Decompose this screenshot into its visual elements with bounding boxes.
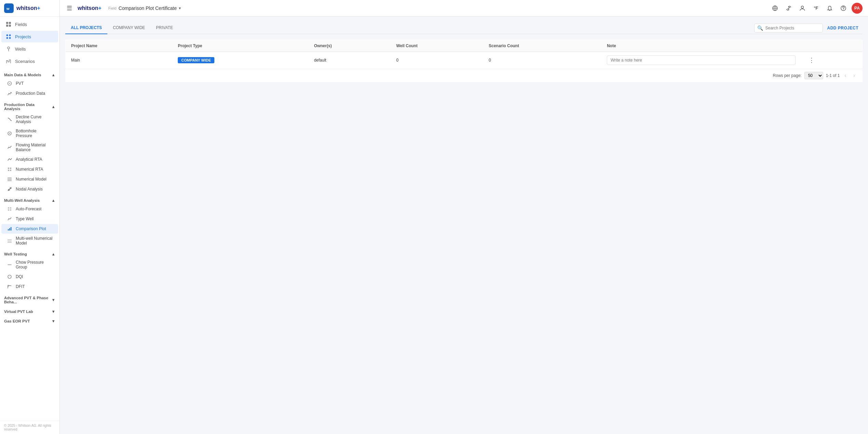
svg-point-37 bbox=[11, 264, 12, 265]
topbar-logo: whitson+ bbox=[78, 5, 102, 11]
temperature-button[interactable]: °F bbox=[811, 3, 822, 14]
section-multi-well-items: Auto-Forecast Type Well Comparison Plot … bbox=[0, 204, 59, 248]
chevron-down-icon-5: ▼ bbox=[52, 298, 55, 302]
topbar: ☰ whitson+ Field Comparison Plot Certifi… bbox=[60, 0, 868, 16]
sidebar-item-dfit[interactable]: DFIT bbox=[1, 282, 58, 291]
sidebar-item-flowing-material[interactable]: Flowing Material Balance bbox=[1, 141, 58, 154]
tab-private[interactable]: PRIVATE bbox=[150, 22, 178, 34]
sidebar-item-type-well[interactable]: Type Well bbox=[1, 214, 58, 224]
svg-point-10 bbox=[8, 47, 10, 49]
note-input[interactable] bbox=[607, 55, 796, 65]
comparison-plot-icon bbox=[7, 226, 12, 232]
projects-icon bbox=[5, 34, 12, 40]
menu-button[interactable]: ☰ bbox=[65, 3, 74, 13]
sidebar-item-bottomhole[interactable]: Bottomhole Pressure bbox=[1, 127, 58, 140]
svg-rect-21 bbox=[8, 180, 12, 181]
rows-per-page-select[interactable]: 50 10 25 100 bbox=[804, 72, 823, 79]
breadcrumb-dropdown[interactable]: ▾ bbox=[179, 6, 181, 11]
search-box[interactable]: 🔍 bbox=[754, 24, 823, 32]
sidebar-item-wells-label: Wells bbox=[15, 47, 26, 52]
cell-scenario-count: 0 bbox=[483, 52, 601, 69]
col-actions bbox=[801, 40, 862, 52]
svg-rect-33 bbox=[8, 241, 12, 241]
svg-point-9 bbox=[9, 37, 11, 39]
main-content: ☰ whitson+ Field Comparison Plot Certifi… bbox=[60, 0, 868, 434]
sidebar-item-scenarios[interactable]: Scenarios bbox=[1, 55, 58, 67]
sidebar-item-numerical-model[interactable]: Numerical Model bbox=[1, 174, 58, 184]
svg-point-43 bbox=[801, 6, 804, 8]
svg-point-14 bbox=[9, 133, 10, 134]
notifications-button[interactable] bbox=[824, 3, 835, 14]
svg-text:w: w bbox=[6, 6, 10, 11]
svg-rect-20 bbox=[8, 179, 12, 180]
col-scenario-count: Scenario Count bbox=[483, 40, 601, 52]
svg-rect-19 bbox=[8, 177, 12, 179]
logo-icon: w bbox=[4, 3, 14, 13]
row-more-button[interactable]: ⋮ bbox=[806, 56, 817, 65]
sidebar-item-numerical-rta[interactable]: Numerical RTA bbox=[1, 165, 58, 174]
globe-button[interactable] bbox=[770, 3, 780, 14]
col-owner: Owner(s) bbox=[308, 40, 391, 52]
logo-text: whitson+ bbox=[16, 5, 40, 11]
projects-table: Project Name Project Type Owner(s) Well … bbox=[65, 40, 863, 69]
search-input[interactable] bbox=[765, 26, 820, 30]
svg-rect-17 bbox=[8, 170, 9, 171]
section-virtual-pvt-lab[interactable]: Virtual PVT Lab ▼ bbox=[0, 307, 59, 315]
scenarios-icon bbox=[5, 58, 12, 64]
cell-more-actions[interactable]: ⋮ bbox=[801, 52, 862, 69]
sidebar-item-projects[interactable]: Projects bbox=[1, 31, 58, 42]
sidebar-item-chow-pressure[interactable]: Chow Pressure Group bbox=[1, 258, 58, 272]
bottomhole-icon bbox=[7, 131, 12, 136]
sidebar-item-analytical-rta[interactable]: Analytical RTA bbox=[1, 155, 58, 164]
svg-rect-2 bbox=[6, 22, 8, 24]
pagination-next-button[interactable]: › bbox=[851, 72, 857, 79]
section-gas-eor-pvt[interactable]: Gas EOR PVT ▼ bbox=[0, 316, 59, 325]
chow-pressure-icon bbox=[7, 262, 12, 267]
add-project-button[interactable]: ADD PROJECT bbox=[823, 24, 863, 32]
user-avatar[interactable]: PA bbox=[852, 3, 863, 14]
section-production-data-analysis[interactable]: Production Data Analysis ▲ bbox=[0, 100, 59, 112]
sidebar-item-pvt[interactable]: PVT bbox=[1, 79, 58, 88]
pagination-prev-button[interactable]: ‹ bbox=[842, 72, 848, 79]
sidebar: w whitson+ Fields Projects Wells bbox=[0, 0, 60, 434]
sidebar-item-production-data[interactable]: Production Data bbox=[1, 89, 58, 98]
link-button[interactable] bbox=[783, 3, 794, 14]
sidebar-item-multi-well-numerical[interactable]: Multi-well Numerical Model bbox=[1, 234, 58, 248]
sidebar-item-nodal-analysis[interactable]: Nodal Analysis bbox=[1, 184, 58, 194]
section-main-data-models-items: PVT Production Data bbox=[0, 78, 59, 98]
section-main-data-models[interactable]: Main Data & Models ▲ bbox=[0, 70, 59, 78]
decline-curve-icon bbox=[7, 117, 12, 122]
sidebar-logo[interactable]: w whitson+ bbox=[0, 0, 59, 17]
project-type-badge: COMPANY WIDE bbox=[178, 57, 214, 63]
sidebar-item-decline-curve[interactable]: Decline Curve Analysis bbox=[1, 113, 58, 126]
sidebar-item-comparison-plot[interactable]: Comparison Plot bbox=[1, 224, 58, 234]
help-button[interactable] bbox=[838, 3, 849, 14]
section-advanced-pvt[interactable]: Advanced PVT & Phase Beha... ▼ bbox=[0, 293, 59, 305]
pvt-icon bbox=[7, 81, 12, 86]
sidebar-item-auto-forecast[interactable]: Auto-Forecast bbox=[1, 204, 58, 214]
svg-rect-32 bbox=[8, 239, 12, 240]
sidebar-item-dqi[interactable]: DQI bbox=[1, 272, 58, 281]
svg-rect-4 bbox=[6, 25, 8, 27]
tabs-row: ALL PROJECTS COMPANY WIDE PRIVATE 🔍 ADD … bbox=[65, 22, 863, 34]
svg-point-40 bbox=[8, 275, 11, 278]
wells-icon bbox=[5, 46, 12, 52]
cell-note[interactable] bbox=[601, 52, 801, 69]
auto-forecast-icon bbox=[7, 206, 12, 212]
tab-company-wide[interactable]: COMPANY WIDE bbox=[107, 22, 150, 34]
sidebar-item-wells[interactable]: Wells bbox=[1, 43, 58, 55]
section-well-testing[interactable]: Well Testing ▲ bbox=[0, 249, 59, 258]
svg-rect-5 bbox=[9, 25, 11, 27]
svg-point-45 bbox=[843, 9, 844, 10]
tab-all-projects[interactable]: ALL PROJECTS bbox=[65, 22, 107, 34]
svg-rect-28 bbox=[10, 209, 11, 211]
svg-point-35 bbox=[8, 264, 9, 265]
cell-owner: default bbox=[308, 52, 391, 69]
user-button[interactable] bbox=[797, 3, 808, 14]
sidebar-item-fields[interactable]: Fields bbox=[1, 18, 58, 30]
col-well-count: Well Count bbox=[391, 40, 483, 52]
svg-point-36 bbox=[9, 264, 10, 265]
numerical-model-icon bbox=[7, 176, 12, 182]
svg-point-6 bbox=[6, 35, 8, 36]
section-multi-well[interactable]: Multi-Well Analysis ▲ bbox=[0, 196, 59, 204]
